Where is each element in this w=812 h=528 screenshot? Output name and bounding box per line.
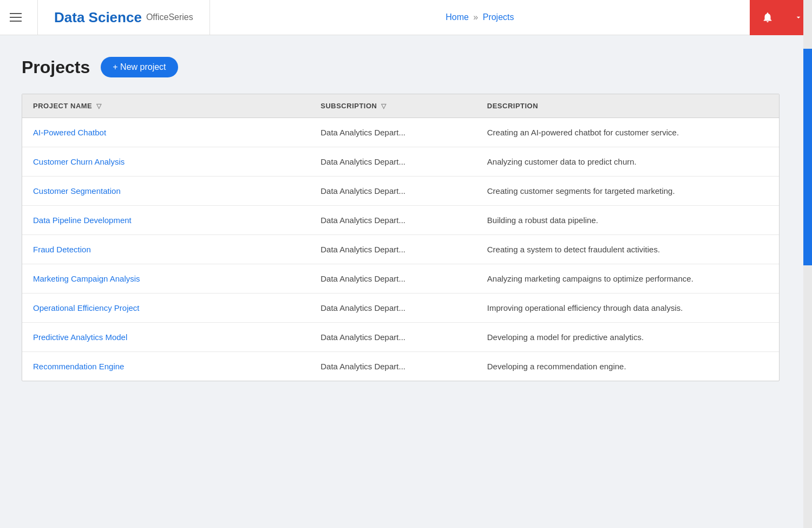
cell-description: Building a robust data pipeline. — [476, 206, 779, 235]
cell-subscription: Data Analytics Depart... — [310, 235, 476, 264]
cell-project-name: AI-Powered Chatbot — [22, 118, 310, 147]
table-row: Operational Efficiency ProjectData Analy… — [22, 294, 779, 323]
table-row: Marketing Campaign AnalysisData Analytic… — [22, 264, 779, 294]
brand-subtitle: OfficeSeries — [146, 12, 193, 22]
project-link[interactable]: AI-Powered Chatbot — [33, 128, 106, 137]
cell-description: Developing a model for predictive analyt… — [476, 323, 779, 352]
cell-description: Developing a recommendation engine. — [476, 352, 779, 381]
cell-subscription: Data Analytics Depart... — [310, 264, 476, 294]
table-body: AI-Powered ChatbotData Analytics Depart.… — [22, 118, 779, 381]
filter-icon-subscription[interactable]: ▽ — [381, 102, 387, 110]
cell-subscription: Data Analytics Depart... — [310, 147, 476, 177]
column-header-subscription: SUBSCRIPTION ▽ — [310, 94, 476, 118]
main-content: Projects + New project PROJECT NAME ▽ SU… — [0, 35, 812, 403]
cell-description: Creating customer segments for targeted … — [476, 177, 779, 206]
table-row: AI-Powered ChatbotData Analytics Depart.… — [22, 118, 779, 147]
cell-subscription: Data Analytics Depart... — [310, 118, 476, 147]
brand-title: Data Science — [54, 9, 142, 26]
project-link[interactable]: Recommendation Engine — [33, 362, 124, 371]
project-link[interactable]: Data Pipeline Development — [33, 216, 132, 225]
header-brand: Data Science OfficeSeries — [38, 0, 210, 35]
table-row: Customer SegmentationData Analytics Depa… — [22, 177, 779, 206]
bell-icon — [762, 11, 774, 23]
new-project-button[interactable]: + New project — [101, 57, 178, 77]
header-left — [0, 0, 38, 35]
project-link[interactable]: Fraud Detection — [33, 245, 91, 254]
breadcrumb-home[interactable]: Home — [446, 12, 469, 22]
breadcrumb-current: Projects — [483, 12, 514, 22]
breadcrumb: Home » Projects — [446, 12, 514, 22]
column-header-description: DESCRIPTION — [476, 94, 779, 118]
table-row: Recommendation EngineData Analytics Depa… — [22, 352, 779, 381]
header-actions — [750, 0, 812, 35]
page-title: Projects — [22, 57, 90, 77]
cell-description: Creating an AI-powered chatbot for custo… — [476, 118, 779, 147]
cell-subscription: Data Analytics Depart... — [310, 294, 476, 323]
table-row: Fraud DetectionData Analytics Depart...C… — [22, 235, 779, 264]
table-header: PROJECT NAME ▽ SUBSCRIPTION ▽ DESCRIPTIO… — [22, 94, 779, 118]
cell-subscription: Data Analytics Depart... — [310, 206, 476, 235]
projects-table: PROJECT NAME ▽ SUBSCRIPTION ▽ DESCRIPTIO… — [22, 94, 779, 381]
cell-description: Improving operational efficiency through… — [476, 294, 779, 323]
column-header-name: PROJECT NAME ▽ — [22, 94, 310, 118]
cell-project-name: Recommendation Engine — [22, 352, 310, 381]
table-row: Customer Churn AnalysisData Analytics De… — [22, 147, 779, 177]
notification-button[interactable] — [750, 0, 785, 35]
project-link[interactable]: Operational Efficiency Project — [33, 303, 140, 312]
chevron-down-icon — [794, 13, 803, 22]
breadcrumb-separator: » — [473, 12, 478, 22]
cell-description: Analyzing marketing campaigns to optimiz… — [476, 264, 779, 294]
cell-subscription: Data Analytics Depart... — [310, 323, 476, 352]
page-header: Projects + New project — [22, 57, 790, 77]
cell-project-name: Marketing Campaign Analysis — [22, 264, 310, 294]
cell-project-name: Customer Churn Analysis — [22, 147, 310, 177]
project-link[interactable]: Predictive Analytics Model — [33, 333, 127, 342]
projects-table-container: PROJECT NAME ▽ SUBSCRIPTION ▽ DESCRIPTIO… — [22, 94, 780, 381]
project-link[interactable]: Customer Churn Analysis — [33, 157, 125, 166]
cell-project-name: Data Pipeline Development — [22, 206, 310, 235]
hamburger-menu[interactable] — [10, 13, 22, 22]
cell-description: Analyzing customer data to predict churn… — [476, 147, 779, 177]
header-nav: Home » Projects — [210, 12, 750, 22]
cell-project-name: Predictive Analytics Model — [22, 323, 310, 352]
cell-project-name: Fraud Detection — [22, 235, 310, 264]
filter-icon-name[interactable]: ▽ — [96, 102, 102, 110]
project-link[interactable]: Customer Segmentation — [33, 186, 121, 195]
cell-subscription: Data Analytics Depart... — [310, 352, 476, 381]
app-header: Data Science OfficeSeries Home » Project… — [0, 0, 812, 35]
cell-project-name: Customer Segmentation — [22, 177, 310, 206]
table-row: Data Pipeline DevelopmentData Analytics … — [22, 206, 779, 235]
project-link[interactable]: Marketing Campaign Analysis — [33, 274, 140, 283]
cell-project-name: Operational Efficiency Project — [22, 294, 310, 323]
table-row: Predictive Analytics ModelData Analytics… — [22, 323, 779, 352]
cell-subscription: Data Analytics Depart... — [310, 177, 476, 206]
cell-description: Creating a system to detect fraudulent a… — [476, 235, 779, 264]
